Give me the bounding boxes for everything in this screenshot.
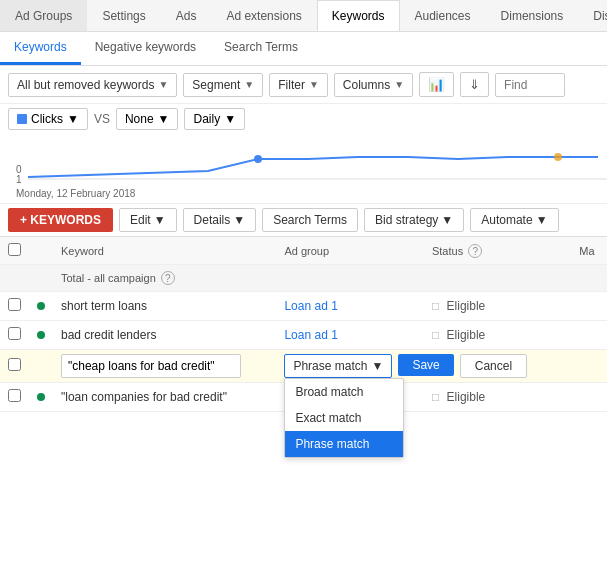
download-icon-btn[interactable]: ⇓ xyxy=(460,72,489,97)
max-cpc-column-header: Ma xyxy=(571,237,607,265)
columns-label: Columns xyxy=(343,78,390,92)
chevron-down-icon: ▼ xyxy=(233,213,245,227)
subtab-search-terms[interactable]: Search Terms xyxy=(210,32,312,65)
edit-dropdown-btn[interactable]: Edit ▼ xyxy=(119,208,177,232)
automate-label: Automate xyxy=(481,213,532,227)
none-metric-btn[interactable]: None ▼ xyxy=(116,108,179,130)
download-icon: ⇓ xyxy=(469,77,480,92)
match-type-dropdown: Phrase match ▼ Broad match Exact match P… xyxy=(284,354,392,378)
svg-point-1 xyxy=(254,155,262,163)
chart-svg xyxy=(28,139,607,189)
help-icon[interactable]: ? xyxy=(161,271,175,285)
add-keywords-button[interactable]: + KEYWORDS xyxy=(8,208,113,232)
tab-audiences[interactable]: Audiences xyxy=(400,0,486,31)
row-checkbox[interactable] xyxy=(8,298,21,311)
row-checkbox[interactable] xyxy=(8,327,21,340)
tab-keywords[interactable]: Keywords xyxy=(317,0,400,32)
keywords-table-wrap: Keyword Ad group Status ? Ma xyxy=(0,237,607,572)
edit-keyword-cell xyxy=(53,350,276,383)
tab-ad-extensions[interactable]: Ad extensions xyxy=(211,0,316,31)
ad-group-column-header: Ad group xyxy=(276,237,424,265)
bid-strategy-label: Bid strategy xyxy=(375,213,438,227)
filter-dropdown[interactable]: Filter ▼ xyxy=(269,73,328,97)
chevron-down-icon: ▼ xyxy=(224,112,236,126)
status-cell: □ Eligible xyxy=(424,383,571,412)
bid-strategy-dropdown-btn[interactable]: Bid strategy ▼ xyxy=(364,208,464,232)
svg-point-2 xyxy=(554,153,562,161)
chevron-down-icon: ▼ xyxy=(371,359,383,373)
status-cell: □ Eligible xyxy=(424,321,571,350)
chevron-down-icon: ▼ xyxy=(158,79,168,90)
find-input[interactable] xyxy=(495,73,565,97)
chevron-down-icon: ▼ xyxy=(536,213,548,227)
metrics-toolbar: Clicks ▼ VS None ▼ Daily ▼ xyxy=(0,104,607,134)
vs-text: VS xyxy=(94,112,110,126)
chevron-down-icon: ▼ xyxy=(394,79,404,90)
chart-icon-btn[interactable]: 📊 xyxy=(419,72,454,97)
keyword-cell: bad credit lenders xyxy=(53,321,276,350)
filter-keywords-dropdown[interactable]: All but removed keywords ▼ xyxy=(8,73,177,97)
row-checkbox[interactable] xyxy=(8,389,21,402)
save-button[interactable]: Save xyxy=(398,354,453,376)
chevron-down-icon: ▼ xyxy=(158,112,170,126)
tab-ads[interactable]: Ads xyxy=(161,0,212,31)
segment-dropdown[interactable]: Segment ▼ xyxy=(183,73,263,97)
action-bar: + KEYWORDS Edit ▼ Details ▼ Search Terms… xyxy=(0,204,607,237)
filter-keywords-label: All but removed keywords xyxy=(17,78,154,92)
match-type-selected: Phrase match xyxy=(293,359,367,373)
subtab-negative-keywords[interactable]: Negative keywords xyxy=(81,32,210,65)
columns-dropdown[interactable]: Columns ▼ xyxy=(334,73,413,97)
match-type-btn[interactable]: Phrase match ▼ xyxy=(284,354,392,378)
phrase-match-option[interactable]: Phrase match xyxy=(285,431,403,457)
help-icon[interactable]: ? xyxy=(468,244,482,258)
status-dot xyxy=(37,331,45,339)
ad-group-cell[interactable]: Loan ad 1 xyxy=(276,292,424,321)
add-keywords-label: + KEYWORDS xyxy=(20,213,101,227)
cancel-button[interactable]: Cancel xyxy=(460,354,527,378)
clicks-metric-btn[interactable]: Clicks ▼ xyxy=(8,108,88,130)
segment-label: Segment xyxy=(192,78,240,92)
chevron-down-icon: ▼ xyxy=(67,112,79,126)
match-type-cell: Phrase match ▼ Broad match Exact match P… xyxy=(276,350,571,383)
edit-label: Edit xyxy=(130,213,151,227)
chart-axis-0: 0 xyxy=(16,164,22,175)
subtab-keywords[interactable]: Keywords xyxy=(0,32,81,65)
select-all-checkbox[interactable] xyxy=(8,243,21,256)
row-checkbox[interactable] xyxy=(8,358,21,371)
edit-keyword-input[interactable] xyxy=(61,354,241,378)
keyword-cell: short term loans xyxy=(53,292,276,321)
sub-tabs-bar: Keywords Negative keywords Search Terms xyxy=(0,32,607,66)
automate-dropdown-btn[interactable]: Automate ▼ xyxy=(470,208,558,232)
tab-ad-groups[interactable]: Ad Groups xyxy=(0,0,87,31)
tab-dimensions[interactable]: Dimensions xyxy=(486,0,579,31)
total-row: Total - all campaign ? xyxy=(0,265,607,292)
chevron-down-icon: ▼ xyxy=(244,79,254,90)
chevron-down-icon: ▼ xyxy=(309,79,319,90)
table-header-row: Keyword Ad group Status ? Ma xyxy=(0,237,607,265)
edit-row: Phrase match ▼ Broad match Exact match P… xyxy=(0,350,607,383)
chevron-down-icon: ▼ xyxy=(154,213,166,227)
chart-date-label: Monday, 12 February 2018 xyxy=(16,188,135,199)
top-tabs-bar: Ad Groups Settings Ads Ad extensions Key… xyxy=(0,0,607,32)
daily-btn[interactable]: Daily ▼ xyxy=(184,108,245,130)
filter-label: Filter xyxy=(278,78,305,92)
search-terms-btn[interactable]: Search Terms xyxy=(262,208,358,232)
details-dropdown-btn[interactable]: Details ▼ xyxy=(183,208,257,232)
chart-icon: 📊 xyxy=(428,77,445,92)
speech-bubble-icon: □ xyxy=(432,328,439,342)
ad-group-link[interactable]: Loan ad 1 xyxy=(284,299,416,313)
tab-settings[interactable]: Settings xyxy=(87,0,160,31)
clicks-color-swatch xyxy=(17,114,27,124)
details-label: Details xyxy=(194,213,231,227)
broad-match-option[interactable]: Broad match xyxy=(285,379,403,405)
ad-group-cell[interactable]: Loan ad 1 xyxy=(276,321,424,350)
ad-group-link[interactable]: Loan ad 1 xyxy=(284,328,416,342)
chevron-down-icon: ▼ xyxy=(441,213,453,227)
none-label: None xyxy=(125,112,154,126)
status-dot xyxy=(37,393,45,401)
exact-match-option[interactable]: Exact match xyxy=(285,405,403,431)
status-dot xyxy=(37,302,45,310)
speech-bubble-icon: □ xyxy=(432,299,439,313)
tab-disp[interactable]: Disp xyxy=(578,0,607,31)
search-terms-label: Search Terms xyxy=(273,213,347,227)
